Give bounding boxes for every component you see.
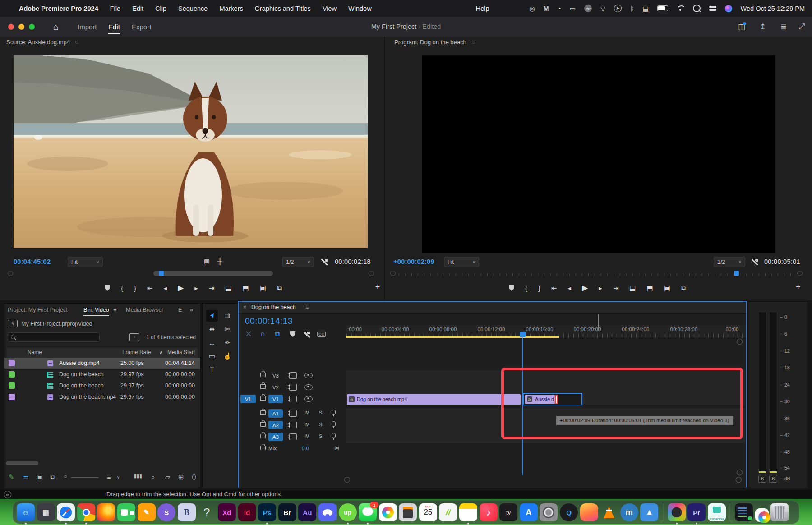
lock-icon[interactable] [260, 410, 266, 415]
source-panel-header[interactable]: Source: Aussie dog.mp4 ≡ [6, 39, 78, 46]
program-resolution-dropdown[interactable]: 1/2 ∨ [714, 257, 745, 267]
dock-pages[interactable]: ✎ [138, 503, 156, 521]
dock-photos[interactable] [379, 503, 397, 521]
toggle-track-output-icon[interactable] [304, 384, 313, 390]
timeline-vscroll-handle-top[interactable] [737, 339, 743, 345]
program-panel-menu-icon[interactable]: ≡ [471, 39, 475, 46]
more-tabs-icon[interactable]: » [190, 307, 193, 313]
mute-button[interactable]: M [305, 433, 309, 439]
maestral-icon[interactable]: M [544, 5, 549, 12]
dock-facetime[interactable] [117, 503, 135, 521]
bluetooth-icon[interactable]: ᛒ [630, 5, 634, 12]
dock-vlc[interactable] [600, 503, 618, 521]
wifi-icon[interactable] [677, 5, 684, 11]
work-area-bar[interactable] [346, 336, 559, 338]
linked-selection-icon[interactable]: ⧉ [275, 330, 280, 338]
clip-dog-on-beach[interactable]: fx Dog on the beach.mp4 [347, 394, 521, 405]
keyboard-icon[interactable]: ▤ [642, 5, 648, 12]
lock-icon[interactable] [260, 446, 266, 450]
play-button[interactable]: ▶ [582, 283, 588, 293]
source-patch-v1[interactable]: V1 [240, 395, 256, 403]
track-v2-button[interactable]: V2 [268, 383, 283, 391]
source-button-editor-plus[interactable]: + [375, 282, 380, 292]
lock-icon[interactable] [260, 434, 266, 438]
rectangle-tool[interactable]: ▭ [206, 350, 218, 362]
tab-bin-video[interactable]: Bin: Video [83, 307, 109, 316]
dock-mamp[interactable]: m [620, 503, 638, 521]
type-tool[interactable]: T [206, 364, 218, 376]
writable-pencil-icon[interactable]: ✎ [9, 473, 14, 481]
source-settings-wrench-icon[interactable] [321, 259, 328, 265]
track-targeting-icon[interactable] [289, 384, 297, 391]
mute-button[interactable]: M [305, 422, 309, 427]
tab-project[interactable]: Project: My First Project [8, 307, 68, 313]
track-targeting-icon[interactable] [289, 410, 297, 417]
program-fit-dropdown[interactable]: Fit ∨ [444, 257, 479, 267]
dock-upwork[interactable]: up [339, 503, 357, 521]
zoom-slider-handle[interactable]: ○ [64, 473, 67, 479]
bin-row-aussie-dog[interactable]: Aussie dog.mp4 25.00 fps 00:04:41:14 [4, 358, 200, 369]
add-marker-icon[interactable] [290, 331, 295, 337]
track-targeting-icon[interactable] [289, 396, 297, 402]
dock-s-app[interactable]: S [157, 503, 175, 521]
dock-firefox[interactable] [97, 503, 115, 521]
dock-minimized-window[interactable] [735, 503, 753, 521]
source-zoom-handle-right[interactable] [369, 271, 374, 276]
dock-premiere[interactable]: Pr [687, 503, 706, 521]
play-button[interactable]: ▶ [178, 283, 184, 293]
automate-to-sequence-icon[interactable]: ▮▮▮ [134, 473, 142, 479]
horizontal-scrollbar[interactable] [6, 461, 38, 465]
program-playhead-marker[interactable] [734, 271, 739, 276]
lift-icon[interactable]: ⬓ [629, 284, 636, 292]
lock-icon[interactable] [260, 396, 266, 401]
keyframe-bowtie-icon[interactable]: ⋈ [334, 445, 340, 451]
source-dragbar-icon[interactable]: ╫ [217, 258, 222, 265]
add-marker-icon[interactable] [509, 285, 514, 291]
shape-status-icon[interactable]: ▽ [600, 5, 605, 12]
step-back-icon[interactable]: ◂ [164, 284, 167, 292]
bin-panel-menu-icon[interactable]: ≡ [113, 307, 116, 313]
dock-adobe-bridge[interactable]: Br [278, 503, 296, 521]
list-view-icon[interactable]: ≔ [22, 473, 29, 481]
quick-export-stack-icon[interactable]: ≣ [780, 22, 787, 32]
bin-row-sequence-2[interactable]: Dog on the beach 29.97 fps 00:00:00:00 [4, 380, 200, 391]
label-color-swatch[interactable] [9, 382, 15, 389]
fullscreen-icon[interactable]: ⤢ [798, 22, 805, 31]
add-marker-icon[interactable] [105, 285, 110, 291]
icon-view-icon[interactable]: ▣ [37, 473, 43, 481]
menu-clock[interactable]: Wed Oct 25 12:29 PM [741, 5, 805, 12]
solo-button[interactable]: S [319, 433, 322, 439]
tab-effects-truncated[interactable]: E [178, 307, 182, 313]
goto-out-icon[interactable]: ⇥ [613, 284, 619, 292]
step-forward-icon[interactable]: ▸ [194, 284, 198, 292]
dock-notes[interactable] [459, 503, 477, 521]
dock-creative-cloud[interactable] [668, 503, 686, 521]
bin-row-beach-mp4[interactable]: Dog on the beach.mp4 29.97 fps 00:00:00:… [4, 391, 200, 403]
dock-adobe-audition[interactable]: Au [298, 503, 316, 521]
timeline-settings-wrench-icon[interactable] [304, 332, 310, 338]
bin-row-sequence-1[interactable]: Dog on the beach 29.97 fps 00:00:00:00 [4, 369, 200, 380]
step-forward-icon[interactable]: ▸ [599, 284, 602, 292]
spotlight-search-icon[interactable] [693, 5, 701, 12]
siri-icon[interactable] [725, 5, 732, 12]
dock-adobe-photoshop[interactable]: Ps [258, 503, 276, 521]
menu-markers[interactable]: Markers [219, 5, 243, 12]
folder-status-icon[interactable]: ▭ [570, 5, 576, 12]
menu-file[interactable]: File [110, 5, 120, 12]
captions-icon[interactable]: CC [317, 332, 326, 337]
timeline-tab-label[interactable]: Dog on the beach [251, 304, 296, 310]
zoom-slider-track[interactable] [71, 477, 99, 478]
toggle-track-output-icon[interactable] [304, 396, 313, 402]
dock-messages[interactable]: 1 [359, 503, 377, 521]
program-video-frame[interactable] [422, 55, 775, 253]
bin-breadcrumb[interactable]: My First Project.prproj\Video [21, 321, 92, 327]
source-zoom-handle-left[interactable] [8, 271, 13, 276]
timeline-timecode[interactable]: 00:00:14:13 [245, 316, 293, 326]
source-resolution-dropdown[interactable]: 1/2 ∨ [282, 257, 314, 267]
navigate-up-icon[interactable]: ↰ [8, 320, 18, 327]
mark-in-icon[interactable]: { [121, 284, 123, 292]
dock-calculator[interactable] [399, 503, 417, 521]
app-menu-title[interactable]: Adobe Premiere Pro 2024 [19, 5, 98, 12]
hand-tool[interactable]: ☝ [221, 350, 233, 362]
dock-plugin-scan[interactable]: PLUG-IN SCAN [708, 503, 726, 521]
